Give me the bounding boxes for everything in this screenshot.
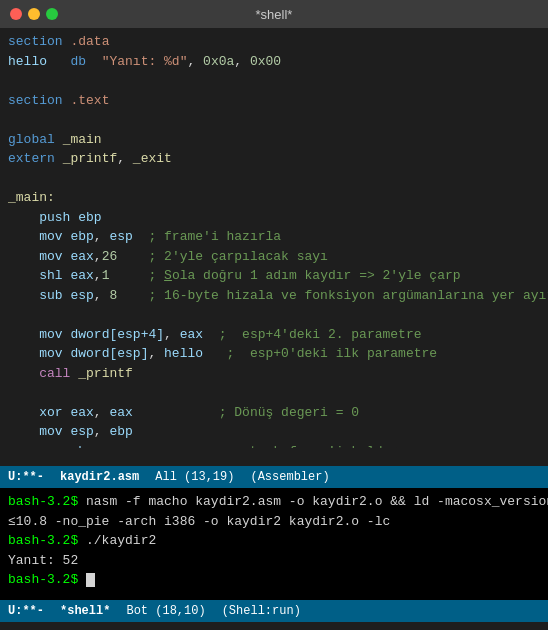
code-line: section .text [8, 91, 540, 111]
shell-mode: U:**- [8, 604, 44, 618]
code-line: _main: [8, 188, 540, 208]
editor-position: All (13,19) [155, 470, 234, 484]
shell-line: bash-3.2$ nasm -f macho kaydir2.asm -o k… [8, 492, 540, 512]
cursor [86, 573, 95, 587]
shell-area[interactable]: bash-3.2$ nasm -f macho kaydir2.asm -o k… [0, 488, 548, 600]
editor-filename: kaydir2.asm [60, 470, 139, 484]
shell-line: bash-3.2$ ./kaydir2 [8, 531, 540, 551]
code-line: call _printf [8, 364, 540, 384]
code-line: section .data [8, 32, 540, 52]
code-line [8, 110, 540, 130]
code-line: mov eax,26 ; 2'yle çarpılacak sayı [8, 247, 540, 267]
code-line: mov esp, ebp [8, 422, 540, 442]
shell-filename: *shell* [60, 604, 110, 618]
minimize-button[interactable] [28, 8, 40, 20]
shell-line: ≤10.8 -no_pie -arch i386 -o kaydir2 kayd… [8, 512, 540, 532]
code-line: sub esp, 8 ; 16-byte hizala ve fonksiyon… [8, 286, 540, 306]
code-line: mov ebp, esp ; frame'i hazırla [8, 227, 540, 247]
window-title: *shell* [256, 7, 293, 22]
code-line: mov dword[esp], hello ; esp+0'deki ilk p… [8, 344, 540, 364]
code-line: hello db "Yanıt: %d", 0x0a, 0x00 [8, 52, 540, 72]
code-line: global _main [8, 130, 540, 150]
code-line [8, 169, 540, 189]
statusbar-shell: U:**- *shell* Bot (18,10) (Shell:run) [0, 600, 548, 622]
code-line: push ebp [8, 208, 540, 228]
editor-filetype: (Assembler) [250, 470, 329, 484]
code-line [8, 383, 540, 403]
shell-line: bash-3.2$ [8, 570, 540, 590]
statusbar-editor: U:**- kaydir2.asm All (13,19) (Assembler… [0, 466, 548, 488]
shell-position: Bot (18,10) [126, 604, 205, 618]
traffic-lights [10, 8, 58, 20]
editor-gap [0, 448, 548, 466]
editor-mode: U:**- [8, 470, 44, 484]
titlebar: *shell* [0, 0, 548, 28]
close-button[interactable] [10, 8, 22, 20]
maximize-button[interactable] [46, 8, 58, 20]
shell-filetype: (Shell:run) [222, 604, 301, 618]
code-line [8, 71, 540, 91]
code-line: shl eax,1 ; Sola doğru 1 adım kaydır => … [8, 266, 540, 286]
code-line [8, 305, 540, 325]
code-line: extern _printf, _exit [8, 149, 540, 169]
editor-area[interactable]: section .data hello db "Yanıt: %d", 0x0a… [0, 28, 548, 448]
shell-line: Yanıt: 52 [8, 551, 540, 571]
code-line: mov dword[esp+4], eax ; esp+4'deki 2. pa… [8, 325, 540, 345]
code-line: xor eax, eax ; Dönüş degeri = 0 [8, 403, 540, 423]
